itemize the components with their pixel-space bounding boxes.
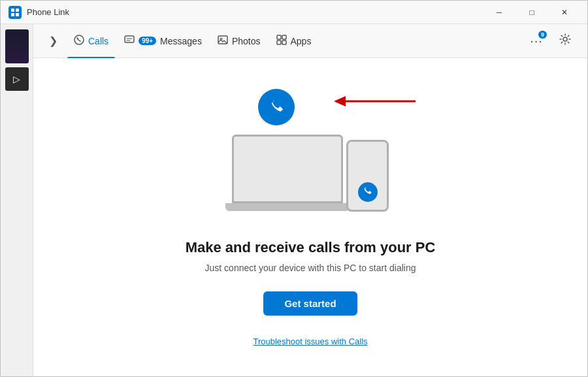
main-subtext: Just connect your device with this PC to… <box>205 263 416 273</box>
app-window: Phone Link ─ □ ✕ ▷ ❯ <box>0 0 588 377</box>
nav-expand-button[interactable]: ❯ <box>44 32 62 50</box>
call-badge-icon <box>258 89 295 125</box>
titlebar-controls: ─ □ ✕ <box>484 3 580 22</box>
phone-call-icon <box>358 182 378 202</box>
sidebar: ▷ <box>1 24 33 376</box>
arrow-svg <box>334 87 419 116</box>
troubleshoot-link[interactable]: Troubleshoot issues with Calls <box>253 336 367 346</box>
settings-button[interactable] <box>553 29 577 53</box>
minimize-button[interactable]: ─ <box>484 3 514 22</box>
svg-rect-2 <box>11 13 14 16</box>
tab-apps[interactable]: Apps <box>270 28 318 54</box>
tab-messages-label: Messages <box>160 36 202 46</box>
content-area: ❯ Calls <box>33 24 587 376</box>
navbar: ❯ Calls <box>33 24 587 58</box>
main-heading: Make and receive calls from your PC <box>186 239 436 256</box>
sidebar-thumbnail-1[interactable] <box>5 29 29 63</box>
svg-rect-0 <box>11 8 14 12</box>
laptop-illustration <box>232 135 350 220</box>
sidebar-thumbnail-2[interactable]: ▷ <box>5 67 29 91</box>
tab-messages[interactable]: 99+ Messages <box>118 28 208 54</box>
photos-icon <box>218 35 228 48</box>
svg-rect-5 <box>125 36 134 42</box>
close-button[interactable]: ✕ <box>549 3 580 22</box>
maximize-button[interactable]: □ <box>517 3 547 22</box>
tab-calls-label: Calls <box>88 36 108 46</box>
messages-icon <box>124 35 135 48</box>
laptop-screen <box>232 135 343 203</box>
main-content: Make and receive calls from your PC Just… <box>33 58 587 376</box>
notifications-badge: 9 <box>538 31 547 39</box>
svg-point-12 <box>563 37 567 41</box>
messages-badge: 99+ <box>139 37 156 45</box>
titlebar-title: Phone Link <box>27 7 69 17</box>
tab-photos[interactable]: Photos <box>211 28 267 54</box>
chevron-right-icon: ❯ <box>49 35 57 47</box>
main-layout: ▷ ❯ Calls <box>1 24 587 376</box>
arrow-annotation <box>334 87 419 116</box>
app-icon <box>8 6 22 19</box>
get-started-button[interactable]: Get started <box>263 291 357 316</box>
titlebar-left: Phone Link <box>8 6 69 19</box>
titlebar: Phone Link ─ □ ✕ <box>1 1 587 24</box>
notifications-button[interactable]: ··· 9 <box>525 29 548 53</box>
svg-marker-14 <box>334 96 346 107</box>
laptop-base <box>225 203 350 211</box>
tab-calls[interactable]: Calls <box>67 28 115 54</box>
svg-rect-8 <box>277 35 281 39</box>
apps-icon <box>276 35 287 48</box>
svg-rect-3 <box>16 13 19 16</box>
svg-rect-10 <box>277 41 281 44</box>
phone-illustration <box>346 140 389 212</box>
navbar-right: ··· 9 <box>525 29 577 53</box>
svg-rect-9 <box>282 35 286 39</box>
svg-rect-1 <box>16 8 19 12</box>
tab-apps-label: Apps <box>291 36 312 46</box>
tab-photos-label: Photos <box>232 36 261 46</box>
svg-rect-11 <box>282 41 286 44</box>
gear-icon <box>559 33 572 49</box>
svg-point-7 <box>220 38 222 40</box>
calls-icon <box>74 35 84 48</box>
